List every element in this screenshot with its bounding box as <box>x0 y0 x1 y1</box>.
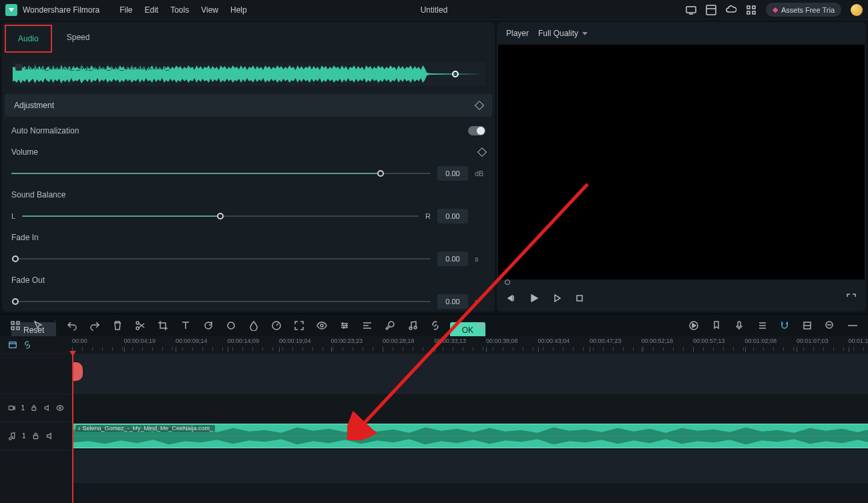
layout-icon[interactable] <box>706 5 716 15</box>
effects-icon[interactable] <box>475 320 487 332</box>
audio-clip[interactable]: ♪ Selena_Gomez_-_My_Mind_Me_CeeNaija.com… <box>72 424 868 448</box>
lock-icon[interactable] <box>30 404 38 412</box>
ruler-tick: 00:00:47;23 <box>590 338 622 344</box>
keyframe-diamond-icon[interactable] <box>475 101 484 110</box>
play-button[interactable] <box>529 293 539 304</box>
svg-rect-3 <box>706 5 716 15</box>
svg-rect-7 <box>747 11 750 14</box>
marker-icon[interactable] <box>710 320 722 332</box>
split-icon[interactable] <box>134 320 146 332</box>
menu-view[interactable]: View <box>201 5 218 15</box>
balance-slider[interactable] <box>22 215 419 217</box>
prev-frame-button[interactable] <box>506 293 517 304</box>
crop-icon[interactable] <box>157 320 169 332</box>
wrench-icon[interactable] <box>384 320 396 332</box>
fullscreen-button[interactable] <box>846 293 857 304</box>
timeline-ruler[interactable]: 00:0000:00:04;1900:00:09;1400:00:14;0900… <box>72 336 868 354</box>
render-icon[interactable] <box>688 320 700 332</box>
fade-in-value[interactable]: 0.00 <box>437 252 468 266</box>
svg-rect-8 <box>752 11 755 14</box>
cloud-icon[interactable] <box>726 5 736 15</box>
adjustment-section-header[interactable]: Adjustment <box>5 94 492 117</box>
eye-icon[interactable] <box>316 320 328 332</box>
lock-icon[interactable] <box>31 432 40 440</box>
droplet-icon[interactable] <box>248 320 260 332</box>
user-avatar[interactable] <box>851 4 863 16</box>
waveform-handle[interactable] <box>452 71 459 77</box>
ruler-tick: 00:01:07;03 <box>797 338 829 344</box>
media-pool-icon[interactable] <box>8 340 17 350</box>
video-track-header[interactable]: 1 <box>0 394 72 422</box>
redo-icon[interactable] <box>89 320 101 332</box>
video-track-content[interactable] <box>72 394 868 422</box>
auto-normalization-toggle[interactable] <box>468 126 485 135</box>
cursor-icon[interactable] <box>32 320 44 332</box>
playhead[interactable] <box>72 354 73 503</box>
auto-normalization-label: Auto Normalization <box>11 126 79 135</box>
list-icon[interactable] <box>756 320 768 332</box>
player-canvas[interactable] <box>498 45 865 280</box>
mic-icon[interactable] <box>733 320 745 332</box>
volume-keyframe-icon[interactable] <box>477 147 487 157</box>
sliders-icon[interactable] <box>339 320 351 332</box>
zoom-out-icon[interactable] <box>824 320 836 332</box>
quality-selector[interactable]: Full Quality <box>538 29 588 38</box>
menu-file[interactable]: File <box>120 5 132 15</box>
ruler-tick: 00:00:52;18 <box>642 338 674 344</box>
apps-icon[interactable] <box>746 5 756 15</box>
next-frame-button[interactable] <box>552 293 562 304</box>
layers-icon[interactable] <box>801 320 813 332</box>
ruler-tick: 00:01:11;22 <box>849 338 869 344</box>
tab-speed[interactable]: Speed <box>55 25 102 53</box>
music-note-icon: ♪ <box>15 64 22 71</box>
fade-out-slider[interactable] <box>11 301 431 302</box>
mute-icon[interactable] <box>43 404 51 412</box>
ruler-tick: 00:00:09;14 <box>176 338 208 344</box>
screen-icon[interactable] <box>686 5 696 15</box>
fade-out-label: Fade Out <box>11 276 45 285</box>
assets-free-trial-button[interactable]: ◆Assets Free Tria <box>766 3 841 17</box>
speed-icon[interactable] <box>270 320 282 332</box>
app-name: Wondershare Filmora <box>23 5 99 15</box>
menu-tools[interactable]: Tools <box>170 5 189 15</box>
tab-audio[interactable]: Audio <box>5 25 52 53</box>
expand-icon[interactable] <box>293 320 305 332</box>
zoom-slider[interactable] <box>847 320 859 332</box>
align-icon[interactable] <box>361 320 373 332</box>
svg-point-37 <box>59 407 61 409</box>
delete-icon[interactable] <box>112 320 124 332</box>
volume-slider[interactable] <box>11 173 431 174</box>
mute-icon[interactable] <box>45 432 54 440</box>
menu-edit[interactable]: Edit <box>145 5 159 15</box>
player-scrubber[interactable] <box>501 280 862 285</box>
balance-value[interactable]: 0.00 <box>437 209 468 223</box>
audio-track-content[interactable]: ♪ Selena_Gomez_-_My_Mind_Me_CeeNaija.com… <box>72 422 868 450</box>
text-icon[interactable] <box>180 320 192 332</box>
ruler-tick: 00:00:57;13 <box>693 338 725 344</box>
volume-value[interactable]: 0.00 <box>437 166 468 181</box>
balance-left-label: L <box>11 212 15 220</box>
svg-marker-11 <box>531 295 537 302</box>
fade-out-value[interactable]: 0.00 <box>437 294 468 309</box>
svg-rect-13 <box>577 296 582 301</box>
fade-in-slider[interactable] <box>11 258 431 260</box>
rotate-icon[interactable] <box>202 320 214 332</box>
grid-icon[interactable] <box>9 320 21 332</box>
timeline-marker-blob[interactable] <box>73 362 83 381</box>
link-icon[interactable] <box>429 320 441 332</box>
chain-icon[interactable] <box>23 340 32 350</box>
snap-icon[interactable] <box>779 320 791 332</box>
stop-button[interactable] <box>574 293 585 304</box>
player-panel: Player Full Quality <box>497 22 866 312</box>
clip-waveform-preview[interactable]: ♪ Selena_Gomez_-_My_Mind_Me_CeeNaija.com… <box>11 62 485 86</box>
undo-icon[interactable] <box>66 320 78 332</box>
wave-icon[interactable] <box>452 320 464 332</box>
clip-filename-label: ♪ Selena_Gomez_-_My_Mind_Me_CeeNaija.com… <box>15 63 169 71</box>
audio-track-header[interactable]: 1 <box>0 422 72 450</box>
svg-point-24 <box>414 326 417 329</box>
menu-help[interactable]: Help <box>230 5 247 15</box>
svg-point-20 <box>228 322 234 329</box>
eye-track-icon[interactable] <box>56 404 64 412</box>
color-icon[interactable] <box>225 320 237 332</box>
music-icon[interactable] <box>407 320 419 332</box>
